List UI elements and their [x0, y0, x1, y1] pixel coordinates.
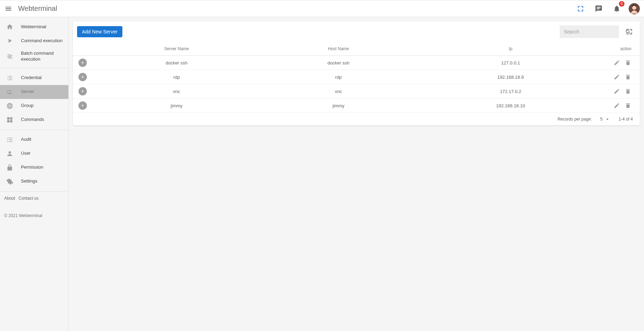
copyright-text: © 2021 Webterminal [4, 213, 64, 218]
sidebar-item-label: Commands [21, 117, 44, 123]
sidebar-item-webterminal[interactable]: Webterminal [0, 20, 68, 34]
cell-ip: 192.168.18.9 [416, 70, 605, 84]
col-host-name: Host Name [261, 42, 416, 56]
sidebar-item-label: Server [21, 89, 34, 95]
table-row: vncvnc172.17.0.2 [73, 84, 640, 99]
topbar: Webterminal 0 [0, 0, 644, 17]
pencil-icon [614, 60, 620, 66]
cell-server-name: rdp [92, 70, 261, 84]
cell-ip: 172.17.0.2 [416, 84, 605, 99]
plus-icon [80, 75, 85, 79]
expand-row-button[interactable] [78, 101, 87, 110]
edit-row-button[interactable] [613, 102, 620, 109]
servers-table: Server Name Host Name Ip action docker s… [73, 42, 640, 113]
user-avatar[interactable] [629, 3, 640, 14]
sidebar-item-commands[interactable]: Commands [0, 113, 68, 127]
search-input[interactable] [564, 29, 625, 34]
topbar-actions: 0 [574, 2, 640, 15]
card-toolbar: Add New Server [73, 21, 640, 42]
home-icon [6, 23, 14, 31]
main-content: Add New Server Server Name [69, 17, 644, 331]
chevron-down-icon [605, 116, 610, 122]
sidebar-item-server[interactable]: Server [0, 85, 68, 99]
sidebar-item-label: Audit [21, 137, 31, 143]
pencil-icon [614, 74, 620, 80]
expand-row-button[interactable] [78, 73, 87, 81]
trash-icon [625, 88, 631, 94]
cell-server-name: docker ssh [92, 56, 261, 70]
delete-row-button[interactable] [624, 74, 631, 80]
hamburger-icon [5, 5, 12, 13]
sidebar: WebterminalCommand executionBatch comman… [0, 17, 69, 331]
edit-row-button[interactable] [613, 88, 620, 95]
messages-button[interactable] [592, 2, 605, 15]
pagination-range: 1-4 of 4 [619, 117, 633, 122]
footer-link-about[interactable]: About [4, 196, 15, 201]
delete-row-button[interactable] [624, 88, 631, 95]
col-server-name: Server Name [92, 42, 261, 56]
gear-icon [6, 177, 14, 186]
col-ip: Ip [416, 42, 605, 56]
sidebar-item-label: Settings [21, 178, 37, 184]
add-server-button[interactable]: Add New Server [77, 26, 122, 37]
sidebar-item-credential[interactable]: Credential [0, 71, 68, 85]
fullscreen-icon [577, 5, 584, 12]
trash-icon [625, 74, 631, 80]
delete-row-button[interactable] [624, 59, 631, 66]
person-icon [6, 149, 14, 158]
card-fullscreen-button[interactable] [623, 25, 636, 38]
table-row: rdprdp192.168.18.9 [73, 70, 640, 84]
app-title: Webterminal [18, 5, 57, 13]
sidebar-item-group[interactable]: Group [0, 99, 68, 113]
search-box [560, 25, 619, 38]
table-row: docker sshdocker ssh127.0.0.1 [73, 56, 640, 70]
devices-icon [6, 88, 14, 96]
bars-icon [6, 136, 14, 144]
sidebar-item-audit[interactable]: Audit [0, 133, 68, 147]
sidebar-item-settings[interactable]: Settings [0, 175, 68, 188]
table-row: jimmyjimmy192.168.18.10 [73, 99, 640, 113]
sidebar-item-user[interactable]: User [0, 147, 68, 161]
sidebar-item-label: Group [21, 103, 33, 109]
grid-icon [6, 116, 14, 124]
pencil-icon [614, 102, 620, 109]
sidebar-item-permission[interactable]: Permission [0, 161, 68, 175]
edit-row-button[interactable] [613, 59, 620, 66]
footer-link-contact-us[interactable]: Contact us [18, 196, 38, 201]
col-action: action [605, 42, 640, 56]
fullscreen-button[interactable] [574, 2, 587, 15]
sidebar-item-label: Batch command execution [21, 51, 63, 62]
play-icon [6, 37, 14, 45]
expand-row-button[interactable] [78, 59, 87, 67]
server-card: Add New Server Server Name [73, 21, 640, 125]
rows-per-page-value: 5 [600, 117, 603, 122]
cell-ip: 127.0.0.1 [416, 56, 605, 70]
cell-host-name: rdp [261, 70, 416, 84]
trash-icon [625, 60, 631, 66]
plus-icon [80, 103, 85, 108]
notifications-button[interactable]: 0 [611, 2, 623, 15]
globe-icon [6, 102, 14, 110]
cell-host-name: jimmy [261, 99, 416, 113]
edit-row-button[interactable] [613, 74, 620, 80]
sidebar-item-batch-command-execution[interactable]: Batch command execution [0, 48, 68, 65]
sidebar-footer: AboutContact us © 2021 Webterminal [0, 192, 68, 222]
sidebar-item-label: Permission [21, 164, 43, 170]
list-icon [6, 74, 14, 82]
plus-icon [80, 89, 85, 94]
sidebar-item-label: Command execution [21, 38, 62, 44]
plus-icon [80, 60, 85, 65]
notification-badge: 0 [619, 1, 624, 7]
delete-row-button[interactable] [624, 102, 631, 109]
cell-ip: 192.168.18.10 [416, 99, 605, 113]
rows-per-page-select[interactable]: 5 [600, 116, 611, 122]
lock-icon [6, 163, 14, 172]
menu-toggle-button[interactable] [4, 5, 13, 13]
expand-row-button[interactable] [78, 87, 87, 95]
sidebar-item-label: Credential [21, 75, 41, 81]
rows-per-page-label: Records per page: [558, 117, 592, 122]
sidebar-item-command-execution[interactable]: Command execution [0, 34, 68, 48]
cell-server-name: jimmy [92, 99, 261, 113]
cell-host-name: vnc [261, 84, 416, 99]
cell-server-name: vnc [92, 84, 261, 99]
